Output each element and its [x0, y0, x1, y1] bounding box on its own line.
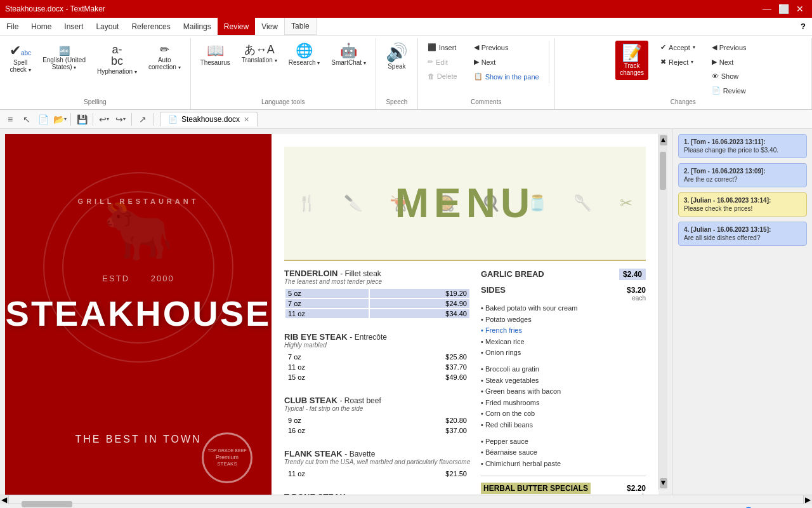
show-in-pane-button[interactable]: 📋 Show in the pane — [469, 70, 544, 83]
spelling-group: ✔abc Spellcheck ▾ 🔤 English (UnitedState… — [0, 38, 191, 109]
hyphenation-button[interactable]: a-bc Hyphenation ▾ — [93, 41, 141, 78]
spell-check-button[interactable]: ✔abc Spellcheck ▾ — [5, 41, 36, 76]
view-web[interactable]: ▦ — [399, 506, 410, 509]
tenderloin-size-11oz: 11 oz $34.40 — [285, 309, 469, 318]
steaks-column: TENDERLOIN - Fillet steak The leanest an… — [284, 269, 471, 495]
h-scroll-thumb[interactable] — [22, 501, 72, 507]
cursor-button[interactable]: ↗ — [135, 112, 150, 127]
changes-label: Changes — [560, 97, 806, 107]
ribbon: ✔abc Spellcheck ▾ 🔤 English (UnitedState… — [0, 36, 812, 110]
page-wrapper: 🐂 GRILL RESTAURANT ESTD 2000 STEAKHOUSE … — [0, 129, 672, 495]
new-button[interactable]: 📄 — [36, 112, 51, 127]
menu-table[interactable]: Table — [284, 18, 317, 35]
section-divider — [481, 476, 646, 476]
menu-review[interactable]: Review — [218, 18, 255, 35]
ribeye-size-15oz: 15 oz $49.60 — [285, 373, 469, 382]
view-buttons: ☰ ▤ ▦ ≡ ⊟ — [371, 506, 438, 509]
main-area: 🐂 GRILL RESTAURANT ESTD 2000 STEAKHOUSE … — [0, 129, 812, 495]
menu-references[interactable]: References — [125, 18, 176, 35]
window-controls: — ⬜ ✕ — [760, 2, 807, 16]
track-changes-button[interactable]: 📝 Trackchanges — [615, 41, 648, 80]
accept-button[interactable]: ✔ Accept ▾ — [656, 41, 700, 54]
minimize-button[interactable]: — — [760, 2, 774, 16]
clubsteak-size-9oz: 9 oz $20.80 — [285, 416, 469, 425]
select-button[interactable]: ↖ — [19, 112, 34, 127]
comments-group: ⬛ Insert ✏ Edit 🗑 Delete ◀ Previous ▶ Ne… — [418, 38, 555, 109]
scroll-down-arrow[interactable]: ▼ — [660, 478, 667, 488]
speak-button[interactable]: 🔊 Speak — [381, 41, 412, 73]
clubsteak-size-16oz: 16 oz $37.00 — [285, 426, 469, 435]
comment-1: 1. [Tom - 16.06.2023 13:11]: Please chan… — [678, 134, 807, 158]
doc-tab-steakhouse[interactable]: 📄 Steakhouse.docx ✕ — [160, 112, 258, 126]
comments-sidebar: 1. [Tom - 16.06.2023 13:11]: Please chan… — [672, 129, 812, 495]
vertical-scrollbar[interactable]: ▲ ▼ — [658, 134, 667, 490]
cover-page: 🐂 GRILL RESTAURANT ESTD 2000 STEAKHOUSE … — [5, 134, 272, 495]
menu-layout[interactable]: Layout — [89, 18, 125, 35]
sides-list-3: • Pepper sauce • Béarnaise sauce • Chimi… — [481, 436, 646, 470]
comment-4: 4. [Julian - 16.06.2023 13:15]: Are all … — [678, 222, 807, 246]
show-changes-button[interactable]: 👁 Show — [707, 70, 751, 83]
review-button[interactable]: 📄 Review — [707, 84, 751, 97]
garlic-bread-row: GARLIC BREAD $2.40 — [481, 269, 646, 281]
flanksteak-item: FLANK STEAK - Bavette Trendy cut from th… — [284, 449, 471, 479]
view-side[interactable]: ⊟ — [427, 506, 438, 509]
tenderloin-item: TENDERLOIN - Fillet steak The leanest an… — [284, 269, 471, 319]
clubsteak-item: CLUB STEAK - Roast beef Typical - fat st… — [284, 396, 471, 436]
menu-file[interactable]: File — [0, 18, 25, 35]
maximize-button[interactable]: ⬜ — [776, 2, 790, 16]
toolbar-separator-1 — [70, 113, 71, 126]
sub-title: THE BEST IN TOWN — [75, 434, 201, 445]
translation-button[interactable]: あ↔A Translation ▾ — [237, 41, 282, 67]
redo-button[interactable]: ↪ ▾ — [113, 112, 128, 127]
menu-insert[interactable]: Insert — [58, 18, 89, 35]
main-title: STEAKHOUSE — [6, 293, 272, 334]
next-comment-button[interactable]: ▶ Next — [469, 55, 544, 69]
research-button[interactable]: 🌐 Research ▾ — [284, 41, 325, 69]
reject-button[interactable]: ✖ Reject ▾ — [656, 55, 700, 69]
herbal-butter-header: HERBAL BUTTER SPECIALS $2.20 each — [481, 483, 646, 495]
flanksteak-size-11oz: 11 oz $21.50 — [285, 469, 469, 478]
comment-2: 2. [Tom - 16.06.2023 13:09]: Are the oz … — [678, 163, 807, 187]
menu-header: 🍴 🔪 🫕 🥘 🍳 🫙 🥄 ✂ MENU — [284, 147, 646, 261]
english-language-button[interactable]: 🔤 English (UnitedStates) ▾ — [38, 41, 90, 74]
comment-3: 3. [Julian - 16.06.2023 13:14]: Please c… — [678, 192, 807, 217]
view-normal[interactable]: ☰ — [371, 506, 383, 509]
previous-comment-button[interactable]: ◀ Previous — [469, 41, 544, 54]
open-button[interactable]: 📂 ▾ — [52, 112, 67, 127]
bull-icon: 🐂 — [5, 197, 272, 264]
ribbon-groups: ✔abc Spellcheck ▾ 🔤 English (UnitedState… — [0, 38, 812, 109]
thesaurus-button[interactable]: 📖 Thesaurus — [196, 41, 235, 69]
help-button[interactable]: ? — [794, 19, 812, 34]
undo-button[interactable]: ↩ ▾ — [96, 112, 112, 127]
insert-comment-button[interactable]: ⬛ Insert — [423, 41, 462, 54]
language-tools-label: Language tools — [196, 97, 370, 107]
smartchat-button[interactable]: 🤖 SmartChat ▾ — [327, 41, 370, 69]
previous-change-button[interactable]: ◀ Previous — [707, 41, 751, 54]
next-change-button[interactable]: ▶ Next — [707, 55, 751, 69]
horizontal-scrollbar[interactable]: ◀ ▶ — [0, 495, 812, 504]
save-button[interactable]: 💾 — [74, 112, 89, 127]
title-bar: Steakhouse.docx - TextMaker — ⬜ ✕ — [0, 0, 812, 18]
view-print[interactable]: ▤ — [385, 506, 396, 509]
edit-comment-button[interactable]: ✏ Edit — [423, 55, 462, 69]
scroll-right-arrow[interactable]: ▶ — [803, 495, 812, 504]
scroll-up-arrow[interactable]: ▲ — [660, 135, 667, 145]
view-outline[interactable]: ≡ — [413, 506, 424, 509]
scroll-left-arrow[interactable]: ◀ — [0, 495, 9, 504]
close-button[interactable]: ✕ — [793, 2, 807, 16]
doc-tab-close[interactable]: ✕ — [244, 116, 249, 124]
scroll-thumb[interactable] — [660, 152, 666, 190]
estd-text: ESTD 2000 — [102, 274, 174, 283]
toolbar-separator-4 — [154, 113, 154, 126]
menu-home[interactable]: Home — [25, 18, 58, 35]
sides-header: SIDES $3.20 each — [481, 285, 646, 302]
align-button[interactable]: ≡ — [3, 112, 18, 127]
menu-view[interactable]: View — [255, 18, 284, 35]
menu-title: MENU — [395, 180, 535, 227]
menu-mailings[interactable]: Mailings — [177, 18, 218, 35]
menu-bar: File Home Insert Layout References Maili… — [0, 18, 812, 36]
auto-correction-button[interactable]: ✏ Autocorrection ▾ — [144, 41, 185, 74]
delete-comment-button[interactable]: 🗑 Delete — [423, 70, 462, 83]
status-bar: Section 1 | Chapter 1 | Page 1 of 2 | En… — [0, 504, 812, 508]
tenderloin-size-5oz: 5 oz $19.20 — [285, 289, 469, 298]
